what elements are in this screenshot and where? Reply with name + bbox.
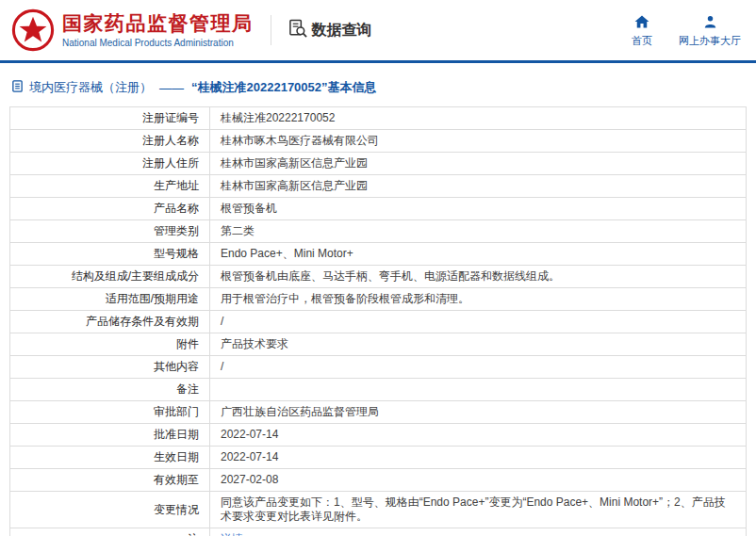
row-label: 管理类别 (10, 220, 210, 243)
row-value: 2022-07-14 (210, 424, 747, 447)
row-label: 结构及组成/主要组成成分 (10, 266, 210, 288)
table-row: 产品名称 根管预备机 (10, 198, 747, 220)
header-nav: 首页 网上办事大厅 (632, 13, 741, 48)
nav-home-label: 首页 (632, 34, 652, 48)
breadcrumb: 境内医疗器械（注册） —— “桂械注准20222170052”基本信息 (11, 79, 756, 96)
row-value: 桂林市国家高新区信息产业园 (210, 175, 747, 198)
row-label: ●注 (10, 528, 210, 536)
row-value: 同意该产品变更如下：1、型号、规格由“Endo Pace+”变更为“Endo P… (210, 492, 747, 528)
row-value: 2027-02-08 (210, 469, 747, 492)
row-value: 第二类 (210, 220, 747, 243)
table-row: 有效期至 2027-02-08 (10, 469, 747, 492)
row-label: 注册证编号 (10, 107, 210, 130)
row-label: 批准日期 (10, 424, 210, 447)
detail-link[interactable]: 详情 (221, 532, 243, 536)
agency-name-cn: 国家药品监督管理局 (62, 12, 254, 35)
row-label: 备注 (10, 379, 210, 401)
row-value: 广西壮族自治区药品监督管理局 (210, 401, 747, 424)
nav-home[interactable]: 首页 (632, 15, 652, 48)
breadcrumb-section[interactable]: 境内医疗器械（注册） (29, 79, 152, 96)
row-label: 产品名称 (10, 198, 210, 220)
table-row: ●注 详情 (10, 528, 747, 536)
row-value: 桂林市啄木鸟医疗器械有限公司 (210, 130, 747, 153)
header-brand: 国家药品监督管理局 National Medical Products Admi… (11, 8, 372, 52)
row-value: / (210, 356, 747, 379)
breadcrumb-separator: —— (159, 81, 184, 95)
page-title: “桂械注准20222170052”基本信息 (191, 79, 377, 96)
person-icon (703, 15, 717, 30)
table-row: 型号规格 Endo Pace+、Mini Motor+ (10, 243, 747, 266)
table-row: 批准日期 2022-07-14 (10, 424, 747, 447)
row-label: 产品储存条件及有效期 (10, 311, 210, 333)
nav-service-hall[interactable]: 网上办事大厅 (679, 15, 741, 48)
row-label: 其他内容 (10, 356, 210, 379)
row-value: 根管预备机 (210, 198, 747, 220)
table-row: 产品储存条件及有效期 / (10, 311, 747, 333)
row-label: 生效日期 (10, 447, 210, 469)
data-query-icon (288, 19, 307, 41)
table-row: 管理类别 第二类 (10, 220, 747, 243)
document-icon (11, 80, 24, 95)
table-row: 注册人名称 桂林市啄木鸟医疗器械有限公司 (10, 130, 747, 153)
row-value: Endo Pace+、Mini Motor+ (210, 243, 747, 266)
nav-service-hall-label: 网上办事大厅 (679, 34, 741, 48)
row-label: 生产地址 (10, 175, 210, 198)
row-value: 2022-07-14 (210, 447, 747, 469)
row-value: 用于根管治疗中，根管预备阶段根管成形和清理。 (210, 288, 747, 311)
row-label: 审批部门 (10, 401, 210, 424)
table-row: 审批部门 广西壮族自治区药品监督管理局 (10, 401, 747, 424)
header-separator-line (0, 60, 756, 63)
table-row: 结构及组成/主要组成成分 根管预备机由底座、马达手柄、弯手机、电源适配器和数据线… (10, 266, 747, 288)
nmpa-emblem-icon (11, 8, 55, 52)
row-label: 注册人住所 (10, 153, 210, 175)
nav-data-query[interactable]: 数据查询 (288, 19, 372, 41)
row-value: 桂械注准20222170052 (210, 107, 747, 130)
registration-info-table: 注册证编号 桂械注准20222170052 注册人名称 桂林市啄木鸟医疗器械有限… (9, 106, 747, 536)
header-divider (271, 15, 271, 45)
agency-name-en: National Medical Products Administration (62, 38, 254, 48)
row-label: 适用范围/预期用途 (10, 288, 210, 311)
row-label: 型号规格 (10, 243, 210, 266)
data-query-label: 数据查询 (312, 21, 372, 41)
table-row: 适用范围/预期用途 用于根管治疗中，根管预备阶段根管成形和清理。 (10, 288, 747, 311)
agency-title-block: 国家药品监督管理局 National Medical Products Admi… (62, 12, 254, 48)
row-value: 详情 (210, 528, 747, 536)
table-row: 生效日期 2022-07-14 (10, 447, 747, 469)
row-value (210, 379, 747, 401)
table-row: 变更情况 同意该产品变更如下：1、型号、规格由“Endo Pace+”变更为“E… (10, 492, 747, 528)
table-row: 注册证编号 桂械注准20222170052 (10, 107, 747, 130)
table-row: 备注 (10, 379, 747, 401)
row-label: 有效期至 (10, 469, 210, 492)
row-label: 变更情况 (10, 492, 210, 528)
table-row: 生产地址 桂林市国家高新区信息产业园 (10, 175, 747, 198)
home-icon (634, 15, 649, 30)
table-row: 附件 产品技术要求 (10, 333, 747, 356)
row-label: 附件 (10, 333, 210, 356)
row-label: 注册人名称 (10, 130, 210, 153)
row-value: / (210, 311, 747, 333)
row-value: 产品技术要求 (210, 333, 747, 356)
site-header: 国家药品监督管理局 National Medical Products Admi… (0, 0, 756, 60)
row-value: 桂林市国家高新区信息产业园 (210, 153, 747, 175)
table-row: 注册人住所 桂林市国家高新区信息产业园 (10, 153, 747, 175)
row-value: 根管预备机由底座、马达手柄、弯手机、电源适配器和数据线组成。 (210, 266, 747, 288)
table-row: 其他内容 / (10, 356, 747, 379)
